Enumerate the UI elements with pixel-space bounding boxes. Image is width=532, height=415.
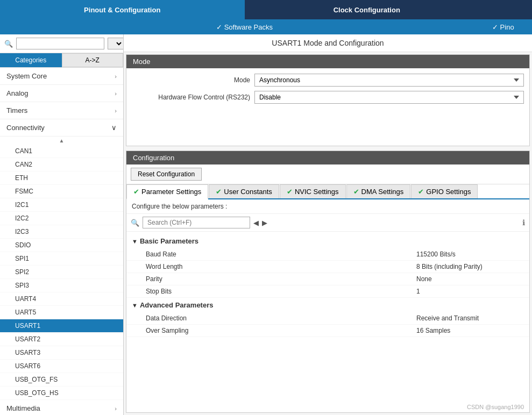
system-core-arrow: › bbox=[115, 73, 117, 80]
param-name: Data Direction bbox=[146, 314, 416, 322]
sidebar-item-uart4[interactable]: UART4 bbox=[0, 292, 123, 306]
config-tab-nvic-settings[interactable]: ✔NVIC Settings bbox=[280, 184, 346, 198]
main-content: USART1 Mode and Configuration Mode Mode … bbox=[124, 34, 532, 415]
advanced-params-rows: Data DirectionReceive and TransmitOver S… bbox=[126, 312, 529, 337]
connectivity-label: Connectivity bbox=[6, 124, 45, 132]
nav-prev-icon[interactable]: ◀ bbox=[253, 219, 259, 227]
basic-params-header[interactable]: ▼ Basic Parameters bbox=[126, 234, 529, 248]
param-row: Baud Rate115200 Bits/s bbox=[126, 248, 529, 261]
sidebar-item-spi2[interactable]: SPI2 bbox=[0, 266, 123, 279]
mode-section: Mode Mode Asynchronous Synchronous Hardw… bbox=[126, 54, 530, 146]
config-search-input[interactable] bbox=[143, 217, 250, 228]
param-value: 1 bbox=[416, 288, 524, 295]
sidebar-item-uart5[interactable]: UART5 bbox=[0, 306, 123, 319]
software-packs-label: ✓ Software Packs bbox=[216, 23, 273, 31]
param-name: Over Sampling bbox=[146, 327, 416, 334]
mode-label: Mode bbox=[132, 76, 250, 84]
search-icon: 🔍 bbox=[4, 40, 13, 48]
sidebar-item-usb_otg_fs[interactable]: USB_OTG_FS bbox=[0, 373, 123, 387]
config-tab-user-constants[interactable]: ✔User Constants bbox=[209, 184, 279, 198]
config-tab-parameter-settings[interactable]: ✔Parameter Settings bbox=[126, 184, 208, 199]
pinout-title: Pinout & Configuration bbox=[84, 6, 160, 14]
sidebar-item-can2[interactable]: CAN2 bbox=[0, 158, 123, 171]
sidebar-item-can1[interactable]: CAN1 bbox=[0, 145, 123, 158]
advanced-params-header[interactable]: ▼ Advanced Parameters bbox=[126, 298, 529, 312]
hw-flow-select[interactable]: Disable CTS Only bbox=[254, 91, 524, 104]
timers-arrow: › bbox=[115, 108, 117, 114]
pinout-header[interactable]: Pinout & Configuration bbox=[0, 0, 245, 19]
header-right bbox=[489, 0, 532, 19]
param-name: Word Length bbox=[146, 263, 416, 270]
connectivity-items: CAN1CAN2ETHFSMCI2C1I2C2I2C3SDIOSPI1SPI2S… bbox=[0, 145, 123, 400]
config-section: Configuration Reset Configuration ✔Param… bbox=[126, 151, 530, 413]
sidebar: 🔍 ⚙ Categories A->Z System Core › Analog… bbox=[0, 34, 124, 415]
sidebar-item-spi3[interactable]: SPI3 bbox=[0, 279, 123, 292]
config-tab-label-nvic-settings: NVIC Settings bbox=[295, 188, 339, 196]
sidebar-item-eth[interactable]: ETH bbox=[0, 171, 123, 185]
tab-check-icon-gpio-settings: ✔ bbox=[418, 188, 424, 196]
config-search-area: 🔍 ◀ ▶ ℹ bbox=[126, 214, 529, 232]
sidebar-item-fsmc[interactable]: FSMC bbox=[0, 185, 123, 198]
tab-check-icon-parameter-settings: ✔ bbox=[133, 188, 139, 196]
sidebar-item-timers[interactable]: Timers › bbox=[0, 102, 123, 119]
clock-title: Clock Configuration bbox=[334, 6, 400, 14]
mode-row: Mode Asynchronous Synchronous bbox=[132, 74, 524, 87]
sidebar-item-analog[interactable]: Analog › bbox=[0, 85, 123, 102]
hw-flow-row: Hardware Flow Control (RS232) Disable CT… bbox=[132, 91, 524, 104]
config-search-icon: 🔍 bbox=[131, 219, 139, 227]
connectivity-arrow: ∨ bbox=[111, 124, 117, 132]
param-name: Baud Rate bbox=[146, 251, 416, 258]
sidebar-items-list: System Core › Analog › Timers › Connecti… bbox=[0, 68, 123, 415]
reset-configuration-button[interactable]: Reset Configuration bbox=[131, 168, 202, 181]
nav-next-icon[interactable]: ▶ bbox=[262, 219, 267, 227]
search-dropdown[interactable] bbox=[108, 38, 124, 49]
sidebar-item-usb_otg_hs[interactable]: USB_OTG_HS bbox=[0, 387, 123, 400]
advanced-params-chevron: ▼ bbox=[132, 302, 138, 309]
config-info-text: Configure the below parameters : bbox=[126, 199, 529, 214]
analog-arrow: › bbox=[115, 90, 117, 97]
basic-params-rows: Baud Rate115200 Bits/sWord Length8 Bits … bbox=[126, 248, 529, 298]
tab-check-icon-nvic-settings: ✔ bbox=[287, 188, 293, 196]
multimedia-arrow: › bbox=[115, 405, 117, 412]
tab-check-icon-user-constants: ✔ bbox=[216, 188, 222, 196]
mode-empty-space bbox=[132, 108, 524, 140]
search-input[interactable] bbox=[16, 38, 104, 49]
config-toolbar: Reset Configuration bbox=[126, 164, 529, 184]
software-packs-link[interactable]: ✓ Software Packs bbox=[0, 19, 489, 34]
config-tab-dma-settings[interactable]: ✔DMA Settings bbox=[346, 184, 411, 198]
connectivity-header[interactable]: Connectivity ∨ bbox=[0, 119, 123, 137]
param-name: Parity bbox=[146, 275, 416, 283]
hw-flow-label: Hardware Flow Control (RS232) bbox=[132, 94, 250, 101]
pinout-link-label: ✓ Pino bbox=[492, 23, 514, 31]
config-section-header: Configuration bbox=[126, 151, 529, 164]
param-row: Over Sampling16 Samples bbox=[126, 325, 529, 337]
config-tab-label-gpio-settings: GPIO Settings bbox=[426, 188, 471, 196]
sidebar-item-usart2[interactable]: USART2 bbox=[0, 333, 123, 346]
info-icon: ℹ bbox=[522, 218, 525, 227]
config-tab-label-dma-settings: DMA Settings bbox=[361, 188, 404, 196]
sidebar-item-spi1[interactable]: SPI1 bbox=[0, 252, 123, 266]
param-value: 8 Bits (including Parity) bbox=[416, 263, 524, 270]
config-tab-gpio-settings[interactable]: ✔GPIO Settings bbox=[411, 184, 478, 198]
sidebar-item-multimedia[interactable]: Multimedia › bbox=[0, 400, 123, 415]
mode-section-header: Mode bbox=[126, 55, 529, 68]
sidebar-item-usart1[interactable]: USART1 bbox=[0, 319, 123, 333]
tab-az[interactable]: A->Z bbox=[62, 53, 124, 67]
sidebar-item-sdio[interactable]: SDIO bbox=[0, 239, 123, 252]
sidebar-item-system-core[interactable]: System Core › bbox=[0, 68, 123, 85]
param-name: Stop Bits bbox=[146, 288, 416, 295]
tab-categories[interactable]: Categories bbox=[0, 53, 62, 67]
pinout-link[interactable]: ✓ Pino bbox=[489, 19, 532, 34]
sidebar-item-i2c3[interactable]: I2C3 bbox=[0, 225, 123, 239]
sidebar-item-usart3[interactable]: USART3 bbox=[0, 346, 123, 360]
sidebar-search-area: 🔍 ⚙ bbox=[0, 34, 123, 53]
clock-header[interactable]: Clock Configuration bbox=[245, 0, 490, 19]
sidebar-item-i2c2[interactable]: I2C2 bbox=[0, 212, 123, 225]
sidebar-item-usart6[interactable]: USART6 bbox=[0, 360, 123, 373]
param-row: ParityNone bbox=[126, 273, 529, 285]
sidebar-tabs: Categories A->Z bbox=[0, 53, 123, 68]
multimedia-label: Multimedia bbox=[6, 404, 40, 412]
config-tab-label-parameter-settings: Parameter Settings bbox=[141, 188, 201, 196]
sidebar-item-i2c1[interactable]: I2C1 bbox=[0, 198, 123, 212]
mode-select[interactable]: Asynchronous Synchronous bbox=[254, 74, 524, 87]
